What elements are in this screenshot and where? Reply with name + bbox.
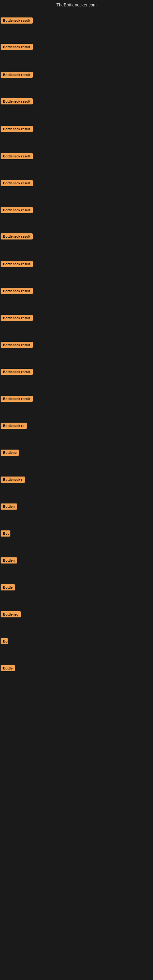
- badge-row-17: Bottlene: [1, 450, 19, 457]
- bottleneck-badge-2[interactable]: Bottleneck result: [1, 44, 33, 50]
- bottleneck-badge-18[interactable]: Bottleneck r: [1, 477, 25, 483]
- bottleneck-badge-13[interactable]: Bottleneck result: [1, 342, 33, 348]
- bottleneck-badge-21[interactable]: Bottlen: [1, 557, 17, 563]
- site-title: TheBottlenecker.com: [0, 0, 153, 11]
- badge-row-18: Bottleneck r: [1, 477, 25, 484]
- badge-row-6: Bottleneck result: [1, 153, 33, 161]
- badge-row-9: Bottleneck result: [1, 233, 33, 241]
- badge-row-14: Bottleneck result: [1, 369, 33, 376]
- bottleneck-badge-16[interactable]: Bottleneck re: [1, 423, 27, 429]
- bottleneck-badge-3[interactable]: Bottleneck result: [1, 72, 33, 78]
- badge-row-1: Bottleneck result: [1, 18, 33, 25]
- bottleneck-badge-8[interactable]: Bottleneck result: [1, 207, 33, 213]
- bottleneck-badge-1[interactable]: Bottleneck result: [1, 18, 33, 24]
- badge-row-21: Bottlen: [1, 557, 17, 565]
- bottleneck-badge-24[interactable]: Bo: [1, 638, 8, 644]
- badge-row-4: Bottleneck result: [1, 98, 33, 106]
- bottleneck-badge-12[interactable]: Bottleneck result: [1, 315, 33, 321]
- badge-row-20: Bot: [1, 530, 10, 538]
- badge-row-3: Bottleneck result: [1, 72, 33, 79]
- bottleneck-badge-6[interactable]: Bottleneck result: [1, 153, 33, 159]
- bottleneck-badge-14[interactable]: Bottleneck result: [1, 369, 33, 375]
- bottleneck-badge-23[interactable]: Bottlenec: [1, 611, 21, 617]
- bottleneck-badge-11[interactable]: Bottleneck result: [1, 288, 33, 294]
- badge-row-13: Bottleneck result: [1, 342, 33, 349]
- bottleneck-badge-10[interactable]: Bottleneck result: [1, 261, 33, 267]
- bottleneck-badge-17[interactable]: Bottlene: [1, 450, 19, 456]
- bottleneck-badge-19[interactable]: Bottlen: [1, 503, 17, 510]
- badge-row-11: Bottleneck result: [1, 288, 33, 295]
- bottleneck-badge-5[interactable]: Bottleneck result: [1, 126, 33, 132]
- bottleneck-badge-22[interactable]: Bottle: [1, 584, 15, 590]
- badge-row-23: Bottlenec: [1, 611, 21, 619]
- bottleneck-badge-7[interactable]: Bottleneck result: [1, 180, 33, 186]
- bottleneck-badge-15[interactable]: Bottleneck result: [1, 396, 33, 402]
- badge-row-8: Bottleneck result: [1, 207, 33, 215]
- badge-row-25: Bottle: [1, 665, 15, 673]
- badge-row-22: Bottle: [1, 584, 15, 592]
- badge-row-24: Bo: [1, 638, 8, 646]
- badge-row-5: Bottleneck result: [1, 126, 33, 133]
- badge-row-7: Bottleneck result: [1, 180, 33, 188]
- badge-row-10: Bottleneck result: [1, 261, 33, 268]
- bottleneck-badge-20[interactable]: Bot: [1, 530, 10, 536]
- page-container: TheBottlenecker.com Bottleneck resultBot…: [0, 0, 153, 980]
- badge-row-12: Bottleneck result: [1, 315, 33, 322]
- bottleneck-badge-4[interactable]: Bottleneck result: [1, 98, 33, 105]
- bottleneck-badge-9[interactable]: Bottleneck result: [1, 233, 33, 240]
- badge-row-16: Bottleneck re: [1, 423, 27, 430]
- badge-row-19: Bottlen: [1, 503, 17, 511]
- bottleneck-badge-25[interactable]: Bottle: [1, 665, 15, 671]
- badge-row-15: Bottleneck result: [1, 396, 33, 403]
- badge-row-2: Bottleneck result: [1, 44, 33, 51]
